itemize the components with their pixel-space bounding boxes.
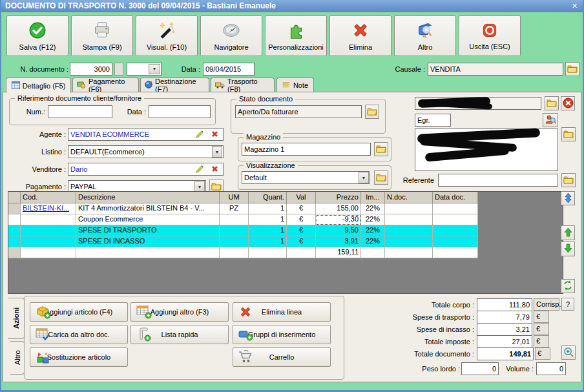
table-row[interactable]: SPESE DI TRASPORTO 1 € 9,50 22% — [8, 225, 478, 236]
row-up-button[interactable] — [561, 225, 575, 240]
row-move-button[interactable] — [561, 191, 575, 205]
col-ndoc[interactable]: N.doc. — [385, 192, 433, 203]
magazzino-lookup-button[interactable] — [374, 142, 388, 156]
save-button[interactable]: Salva (F12) — [6, 15, 68, 56]
red-x-icon — [351, 21, 370, 41]
help-button[interactable]: ? — [561, 298, 574, 311]
other-button[interactable]: Altro — [394, 15, 456, 56]
causale-lookup-button[interactable] — [565, 62, 579, 76]
col-imposta[interactable]: Im... — [361, 192, 385, 203]
carica-da-altro-doc-button[interactable]: Carica da altro doc. — [30, 325, 128, 344]
cliente-titolo-field[interactable]: Egr. — [415, 114, 451, 127]
listino-label: Listino : — [21, 145, 66, 158]
sostituzione-articolo-button[interactable]: Sostituzione articolo — [30, 347, 128, 367]
exit-button[interactable]: Uscita (ESC) — [459, 15, 521, 56]
truck-icon — [215, 81, 225, 90]
stato-lookup-button[interactable] — [365, 105, 379, 119]
visualizzazione-lookup-button[interactable] — [374, 170, 388, 185]
col-datadoc[interactable]: Data doc. — [433, 192, 478, 203]
cliente-remove-button[interactable] — [561, 96, 575, 110]
venditore-clear-icon[interactable] — [211, 165, 219, 174]
listino-chevron-down-icon[interactable]: ▼ — [212, 146, 222, 158]
col-quant[interactable]: Quant. — [249, 192, 287, 203]
delete-button[interactable]: Elimina — [329, 15, 391, 56]
rif-num-field[interactable] — [48, 105, 112, 118]
spese-incasso-label: Spese di incasso : — [394, 323, 474, 336]
selected-cell[interactable]: -9,30 — [316, 214, 361, 225]
gruppi-di-inserimento-button[interactable]: Gruppi di inserimento — [233, 325, 331, 344]
navigator-button[interactable]: Navigatore — [200, 15, 262, 56]
cliente-lookup-button[interactable] — [545, 96, 559, 110]
listino-combobox[interactable]: DEFAULT(Ecommerce) — [68, 145, 224, 158]
cod-link[interactable]: BILSTEIN-KI... — [21, 203, 76, 214]
tab-pagamento[interactable]: Pagamento (F6) — [72, 77, 139, 92]
referente-lookup-button[interactable] — [561, 173, 576, 187]
elimina-linea-button[interactable]: Elimina linea — [233, 302, 331, 322]
col-cod[interactable]: Cod. — [21, 192, 76, 203]
preview-button[interactable]: Visual. (F10) — [136, 15, 198, 56]
person-search-button[interactable] — [543, 113, 558, 127]
table-row[interactable]: Coupon Ecommerce 1 € -9,30 22% — [8, 214, 478, 225]
folder-icon — [563, 129, 574, 139]
tab-azioni[interactable]: Azioni — [8, 298, 25, 339]
lista-rapida-button[interactable]: Lista rapida — [130, 325, 229, 344]
cart-icon — [238, 350, 253, 365]
magic-wand-icon — [157, 21, 176, 41]
visualizzazione-combobox[interactable]: Default — [242, 171, 370, 184]
tab-trasporto[interactable]: Trasporto (F8) — [211, 77, 275, 92]
col-prezzo[interactable]: Prezzo — [316, 192, 361, 203]
table-row[interactable]: BILSTEIN-KI... KIT 4 Ammortizzatori BILS… — [8, 203, 478, 214]
doc-number-spin-button[interactable] — [114, 63, 123, 76]
doc-series-combobox[interactable]: ▼ — [127, 63, 162, 76]
stato-field[interactable]: Aperto/Da fatturare — [235, 105, 362, 118]
row-down-button[interactable] — [561, 242, 575, 256]
tab-altro-azioni[interactable]: Altro — [10, 341, 25, 375]
refresh-button[interactable] — [561, 279, 575, 293]
col-um[interactable]: UM — [220, 192, 249, 203]
folder-icon — [211, 181, 222, 192]
table-total-row: 159,11 — [8, 247, 478, 258]
carrello-button[interactable]: Carrello — [233, 347, 331, 367]
spese-incasso-field[interactable]: 3,21 — [477, 323, 532, 336]
tab-dettaglio[interactable]: Dettaglio (F5) — [6, 77, 71, 93]
magazzino-field[interactable]: Magazzino 1 — [242, 143, 371, 156]
doc-number-field[interactable]: 3000 — [70, 63, 112, 76]
folder-icon — [376, 144, 386, 154]
indirizzo-lookup-button[interactable] — [561, 127, 576, 141]
col-val[interactable]: Val — [287, 192, 316, 203]
doc-date-field[interactable]: 09/04/2015 — [203, 63, 255, 76]
visualizzazione-chevron-down-icon[interactable]: ▼ — [359, 172, 369, 183]
chevron-down-icon[interactable]: ▼ — [149, 64, 160, 74]
totale-imposte-unit: € — [534, 335, 549, 347]
totale-documento-field: 149,81 — [477, 347, 534, 360]
spese-trasporto-unit: € — [534, 311, 549, 323]
peso-lordo-field[interactable]: 0 — [461, 362, 499, 375]
totale-imposte-field: 27,01 — [477, 335, 532, 348]
agente-edit-icon[interactable] — [195, 129, 205, 140]
agente-label: Agente : — [21, 128, 66, 141]
stato-title: Stato documento — [236, 95, 295, 103]
causale-field[interactable]: VENDITA — [428, 63, 563, 76]
customizations-button[interactable]: Personalizzazioni — [265, 15, 327, 56]
volume-field[interactable]: 0 — [536, 362, 566, 375]
replace-icon — [36, 350, 51, 366]
col-descrizione[interactable]: Descrizione — [76, 192, 220, 203]
agente-clear-icon[interactable] — [211, 130, 219, 139]
magazzino-title: Magazzino — [244, 133, 283, 141]
save-check-icon — [28, 21, 47, 41]
rif-data-field[interactable] — [149, 105, 211, 118]
tab-destinazione[interactable]: Destinazione (F7) — [140, 77, 209, 92]
exit-icon — [481, 21, 499, 41]
aggiungi-altro-button[interactable]: Aggiungi altro (F3) — [130, 302, 229, 322]
tab-note[interactable]: Note — [276, 77, 314, 92]
table-row[interactable]: SPESE DI INCASSO 1 € 3,91 22% — [8, 236, 478, 247]
spese-trasporto-field[interactable]: 7,79 — [477, 311, 532, 324]
table-add-icon — [136, 305, 152, 320]
window-close-button[interactable]: ✕ — [570, 1, 579, 10]
folder-icon — [547, 98, 557, 108]
totale-zoom-button[interactable] — [561, 346, 576, 360]
aggiungi-articolo-button[interactable]: Aggiungi articolo (F4) — [30, 302, 128, 322]
print-button[interactable]: Stampa (F9) — [71, 15, 133, 56]
venditore-edit-icon[interactable] — [195, 164, 205, 175]
referente-field[interactable] — [438, 174, 558, 187]
